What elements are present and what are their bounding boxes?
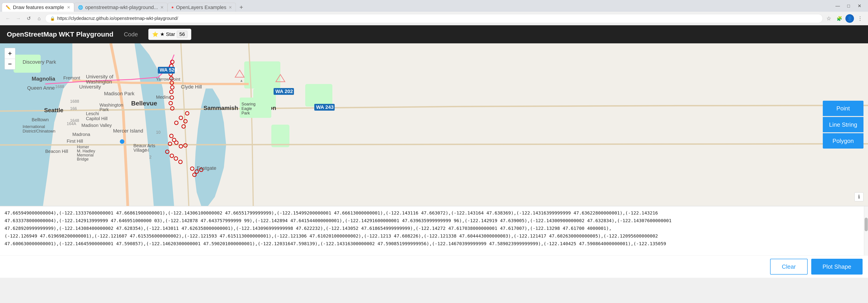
svg-text:Memorial: Memorial (77, 153, 94, 157)
tab-label-2: openstreetmap-wkt-playground... (85, 4, 158, 10)
star-label: ★ Star (160, 31, 175, 37)
tab-favicon-1: ✏️ (6, 5, 11, 10)
svg-text:10: 10 (156, 130, 160, 135)
bottom-action-bar: Clear Plot Shape (0, 255, 868, 278)
scrollbar-thumb[interactable] (865, 217, 868, 231)
svg-text:Eagle: Eagle (242, 106, 252, 111)
svg-text:166: 166 (70, 106, 77, 111)
main-content: Discovery Park Magnolia Queen Anne Seatt… (0, 43, 868, 278)
address-bar[interactable]: 🔒 https://clydedacruz.github.io/openstre… (45, 14, 823, 23)
svg-text:2: 2 (149, 155, 152, 159)
svg-text:Madrona: Madrona (72, 132, 90, 137)
svg-rect-0 (0, 43, 868, 206)
point-tool-button[interactable]: Point (823, 101, 864, 116)
draw-tools-panel: Point Line String Polygon (823, 101, 864, 148)
svg-text:WA 243: WA 243 (316, 104, 334, 110)
address-text: https://clydedacruz.github.io/openstreet… (57, 16, 178, 21)
code-button[interactable]: Code (120, 29, 142, 40)
svg-text:Capitol Hill: Capitol Hill (86, 116, 107, 121)
zoom-in-button[interactable]: + (4, 48, 16, 59)
svg-text:1688: 1688 (55, 85, 64, 89)
linestring-tool-button[interactable]: Line String (823, 117, 864, 132)
polygon-tool-button[interactable]: Polygon (823, 133, 864, 148)
star-icon: ⭐ (152, 31, 158, 37)
svg-text:Homer: Homer (77, 145, 89, 149)
svg-text:Park: Park (99, 107, 109, 112)
svg-text:▲: ▲ (240, 78, 243, 82)
tab-label-3: OpenLayers Examples (176, 4, 226, 10)
new-tab-button[interactable]: + (236, 3, 247, 12)
svg-rect-3 (305, 84, 332, 107)
app-title: OpenStreetMap WKT Playground (7, 31, 114, 38)
map-container[interactable]: Discovery Park Magnolia Queen Anne Seatt… (0, 43, 868, 206)
tab-favicon-3: ● (172, 5, 174, 10)
svg-text:1688: 1688 (70, 99, 79, 104)
back-button[interactable]: ← (4, 14, 12, 23)
home-button[interactable]: ⌂ (35, 14, 43, 23)
tab-osm-playground[interactable]: 🌐 openstreetmap-wkt-playground... ✕ (74, 3, 167, 12)
star-count: 56 (177, 31, 187, 38)
tab-favicon-2: 🌐 (78, 5, 83, 10)
svg-text:Park: Park (242, 111, 250, 115)
app-header: OpenStreetMap WKT Playground Code ⭐ ★ St… (0, 25, 868, 43)
svg-text:Beaux Arts: Beaux Arts (133, 143, 155, 148)
svg-text:University: University (79, 84, 101, 90)
svg-text:Mercer Island: Mercer Island (113, 128, 143, 134)
svg-text:Madison Valley: Madison Valley (82, 123, 112, 128)
tab-openlayers[interactable]: ● OpenLayers Examples ✕ (167, 3, 236, 12)
svg-text:Yarrow Point: Yarrow Point (156, 77, 180, 81)
svg-text:International: International (23, 125, 45, 129)
svg-text:Eastgate: Eastgate (197, 165, 216, 171)
maximize-button[interactable]: □ (844, 2, 854, 9)
tab-close-2[interactable]: ✕ (160, 5, 164, 10)
browser-chrome: ✏️ Draw features example ✕ 🌐 openstreetm… (0, 0, 868, 25)
svg-text:Fremont: Fremont (63, 75, 80, 80)
svg-text:First Hill: First Hill (67, 139, 83, 144)
svg-text:Washington: Washington (86, 79, 112, 85)
svg-text:Seattle: Seattle (44, 107, 63, 113)
reload-button[interactable]: ↺ (24, 14, 33, 23)
svg-text:Clyde Hill: Clyde Hill (181, 84, 202, 90)
svg-rect-4 (271, 125, 289, 147)
tab-bar: ✏️ Draw features example ✕ 🌐 openstreetm… (0, 0, 868, 12)
svg-text:Queen Anne: Queen Anne (27, 85, 55, 91)
minimize-button[interactable]: — (833, 2, 843, 9)
svg-text:Belltown: Belltown (32, 117, 49, 122)
map-background: Discovery Park Magnolia Queen Anne Seatt… (0, 43, 868, 206)
nav-bar: ← → ↺ ⌂ 🔒 https://clydedacruz.github.io/… (0, 12, 868, 25)
svg-text:Beacon Hill: Beacon Hill (45, 149, 68, 154)
wkt-section: 47.665949000000004),(-122.13337600000001… (0, 206, 868, 278)
svg-text:M. Hadley: M. Hadley (77, 149, 95, 153)
svg-text:Madison Park: Madison Park (104, 91, 135, 96)
svg-text:Leschi: Leschi (86, 111, 99, 116)
svg-text:Bellevue: Bellevue (131, 100, 157, 107)
svg-text:Medina: Medina (156, 95, 171, 100)
star-button[interactable]: ⭐ ★ Star 56 (148, 29, 191, 40)
svg-text:Soaring: Soaring (242, 102, 255, 106)
svg-text:WA 520: WA 520 (160, 67, 177, 73)
menu-button[interactable]: ⋮ (856, 14, 864, 23)
svg-text:Magnolia: Magnolia (32, 76, 55, 82)
plot-shape-button[interactable]: Plot Shape (811, 259, 863, 274)
forward-button[interactable]: → (14, 14, 23, 23)
svg-text:Sammamish: Sammamish (204, 105, 238, 111)
tab-draw-features[interactable]: ✏️ Draw features example ✕ (2, 3, 74, 12)
bookmark-button[interactable]: ☆ (825, 14, 833, 23)
svg-text:District/Chinatown: District/Chinatown (23, 129, 55, 133)
zoom-out-button[interactable]: − (4, 59, 16, 70)
svg-point-36 (120, 139, 124, 144)
clear-button[interactable]: Clear (770, 259, 808, 274)
svg-text:Bridge: Bridge (77, 157, 89, 162)
tab-close-3[interactable]: ✕ (228, 5, 232, 10)
svg-text:104: 104 (143, 148, 149, 153)
map-info-button[interactable]: ℹ (855, 192, 864, 201)
extensions-button[interactable]: 🧩 (835, 14, 844, 23)
map-zoom-controls: + − (4, 48, 16, 70)
close-window-button[interactable]: ✕ (855, 2, 864, 9)
svg-text:WA 202: WA 202 (275, 89, 293, 94)
tab-close-1[interactable]: ✕ (67, 5, 70, 10)
profile-button[interactable]: 👤 (845, 14, 854, 23)
tab-label-1: Draw features example (13, 4, 64, 10)
svg-text:Washington: Washington (99, 102, 123, 107)
svg-text:Discovery Park: Discovery Park (23, 59, 56, 65)
